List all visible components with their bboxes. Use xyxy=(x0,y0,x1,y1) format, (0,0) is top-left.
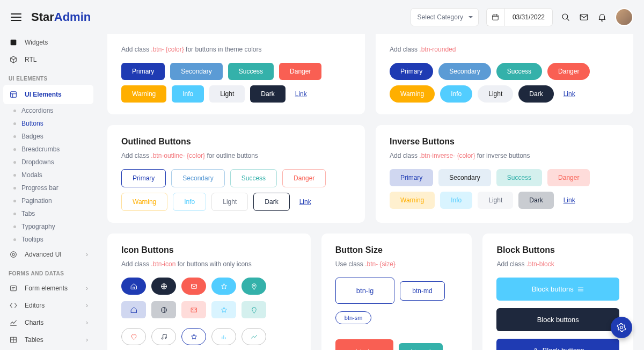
primary-button[interactable]: Primary xyxy=(390,169,433,186)
link-button[interactable]: Link xyxy=(559,192,580,209)
card-title: Inverse Buttons xyxy=(390,137,619,147)
btn-md[interactable]: btn-md xyxy=(399,343,442,351)
layers-icon xyxy=(9,90,18,99)
success-button[interactable]: Success xyxy=(496,169,542,186)
sidebar-label: Widgets xyxy=(25,39,48,46)
card-subtitle: Add class .btn- {color} for buttons in t… xyxy=(121,46,351,53)
dark-button[interactable]: Dark xyxy=(253,193,289,211)
info-button[interactable]: Info xyxy=(172,85,204,103)
sidebar-sub-badges[interactable]: Badges xyxy=(11,130,97,143)
card-title: Outlined Buttons xyxy=(121,137,351,147)
settings-fab[interactable] xyxy=(611,317,632,338)
sidebar-item-editors[interactable]: Editors› xyxy=(0,297,97,314)
primary-button[interactable]: Primary xyxy=(121,63,165,80)
dark-button[interactable]: Dark xyxy=(250,85,285,103)
sidebar-sub-breadcrumbs[interactable]: Breadcrumbs xyxy=(11,143,97,156)
pin-icon-button[interactable] xyxy=(241,278,266,295)
card-subtitle: Add class .btn-outline- {color} for outl… xyxy=(121,152,351,159)
secondary-button[interactable]: Secondary xyxy=(438,169,491,186)
chevron-right-icon: › xyxy=(86,251,88,258)
sidebar-item-ui-elements[interactable]: UI Elements xyxy=(3,85,93,104)
menu-toggle[interactable] xyxy=(11,13,21,21)
bars-icon-button[interactable] xyxy=(211,328,236,345)
block-button-info[interactable]: Block buttons xyxy=(496,278,619,301)
bell-icon[interactable] xyxy=(597,12,608,23)
heart-icon-button[interactable] xyxy=(121,328,146,345)
danger-button[interactable]: Danger xyxy=(547,63,590,80)
sidebar-item-tables[interactable]: Tables› xyxy=(0,331,97,348)
info-button[interactable]: Info xyxy=(440,192,472,209)
link-button[interactable]: Link xyxy=(295,193,316,211)
btn-lg[interactable]: btn-lg xyxy=(335,339,394,350)
secondary-button[interactable]: Secondary xyxy=(170,63,222,80)
star-icon-button[interactable] xyxy=(211,278,236,295)
sidebar-sub-buttons[interactable]: Buttons xyxy=(11,117,97,130)
mail-icon[interactable] xyxy=(579,12,589,23)
sidebar-item-rtl[interactable]: RTL xyxy=(0,51,97,68)
card-title: Icon Buttons xyxy=(121,245,297,255)
sidebar-item-charts[interactable]: Charts› xyxy=(0,314,97,331)
light-button[interactable]: Light xyxy=(478,192,513,209)
btn-lg[interactable]: btn-lg xyxy=(335,278,395,304)
trend-icon-button[interactable] xyxy=(241,328,266,345)
link-button[interactable]: Link xyxy=(291,85,311,103)
sidebar-sub-accordions[interactable]: Accordions xyxy=(11,104,97,117)
info-button[interactable]: Info xyxy=(440,85,472,103)
sidebar-sub-progressbar[interactable]: Progress bar xyxy=(11,181,97,194)
sidebar-sub-tabs[interactable]: Tabs xyxy=(11,207,97,220)
warning-button[interactable]: Warning xyxy=(121,193,167,211)
pin-icon-button[interactable] xyxy=(241,301,266,318)
sidebar-sub-tooltips[interactable]: Tooltips xyxy=(11,233,97,246)
category-select[interactable]: Select Category xyxy=(411,8,479,26)
sidebar-sub-dropdowns[interactable]: Dropdowns xyxy=(11,156,97,169)
sidebar-sub-modals[interactable]: Modals xyxy=(11,169,97,181)
danger-button[interactable]: Danger xyxy=(282,169,326,187)
search-icon[interactable] xyxy=(560,12,571,23)
success-button[interactable]: Success xyxy=(496,63,542,80)
sidebar-sub-typography[interactable]: Typography xyxy=(11,220,97,233)
btn-md[interactable]: btn-md xyxy=(400,281,444,301)
date-picker[interactable]: 03/31/2022 xyxy=(486,8,553,26)
star-icon-button[interactable] xyxy=(211,301,236,318)
danger-button[interactable]: Danger xyxy=(279,63,321,80)
link-button[interactable]: Link xyxy=(559,85,580,103)
primary-button[interactable]: Primary xyxy=(390,63,433,80)
success-button[interactable]: Success xyxy=(230,169,277,187)
home-icon-button[interactable] xyxy=(121,278,146,295)
star-icon-button[interactable] xyxy=(181,328,206,345)
card-title: Block Buttons xyxy=(496,245,619,255)
light-button[interactable]: Light xyxy=(211,193,248,211)
sidebar-label: Form elements xyxy=(25,285,68,292)
target-icon xyxy=(9,250,18,259)
success-button[interactable]: Success xyxy=(228,63,274,80)
mail-icon-button[interactable] xyxy=(181,301,206,318)
block-button-dark[interactable]: Block buttons xyxy=(496,308,619,331)
dark-button[interactable]: Dark xyxy=(518,85,553,103)
warning-button[interactable]: Warning xyxy=(390,85,435,103)
secondary-button[interactable]: Secondary xyxy=(438,63,491,80)
warning-button[interactable]: Warning xyxy=(390,192,435,209)
sidebar-item-advanced-ui[interactable]: Advanced UI› xyxy=(0,246,97,263)
dark-button[interactable]: Dark xyxy=(518,192,553,209)
svg-rect-24 xyxy=(191,284,196,288)
home-icon-button[interactable] xyxy=(121,301,146,318)
primary-button[interactable]: Primary xyxy=(121,169,166,187)
globe-icon-button[interactable] xyxy=(151,278,176,295)
light-button[interactable]: Light xyxy=(209,85,245,103)
avatar[interactable] xyxy=(615,8,633,26)
music-icon-button[interactable] xyxy=(151,328,176,345)
info-button[interactable]: Info xyxy=(173,193,206,211)
brand-logo[interactable]: StarAdmin xyxy=(31,10,91,24)
light-button[interactable]: Light xyxy=(478,85,513,103)
btn-sm[interactable]: btn-sm xyxy=(335,311,372,324)
sidebar-item-form-elements[interactable]: Form elements› xyxy=(0,280,97,297)
danger-button[interactable]: Danger xyxy=(547,169,590,186)
warning-button[interactable]: Warning xyxy=(121,85,166,103)
mail-icon-button[interactable] xyxy=(181,278,206,295)
sidebar-item-widgets[interactable]: Widgets xyxy=(0,34,97,51)
sidebar-sub-pagination[interactable]: Pagination xyxy=(11,194,97,207)
svg-rect-6 xyxy=(580,14,588,20)
secondary-button[interactable]: Secondary xyxy=(171,169,224,187)
globe-icon-button[interactable] xyxy=(151,301,176,318)
block-button-primary[interactable]: Block buttons xyxy=(496,339,619,350)
